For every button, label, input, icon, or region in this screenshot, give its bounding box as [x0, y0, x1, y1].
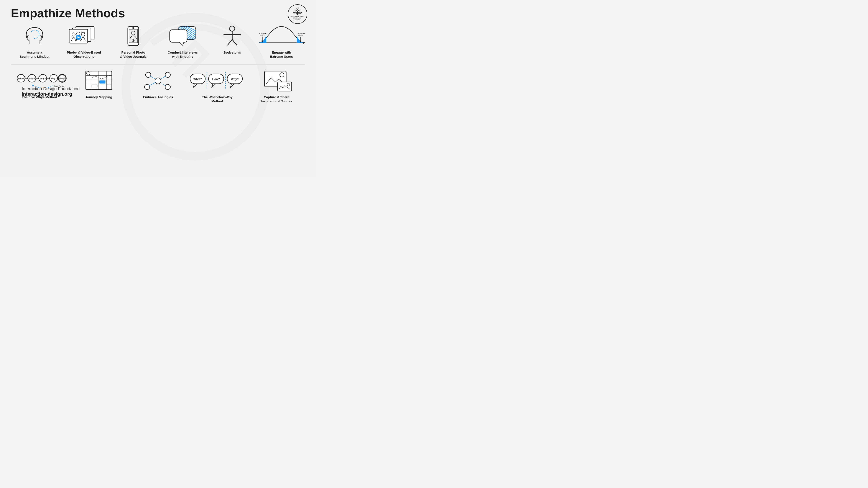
- svg-line-102: [161, 83, 165, 86]
- svg-rect-46: [170, 30, 187, 42]
- what-how-why-icon: What? How? Why?: [191, 69, 243, 93]
- svg-point-97: [145, 85, 150, 90]
- svg-point-47: [229, 26, 235, 31]
- footer-org: Interaction Design Foundation: [22, 86, 80, 91]
- method-label: Engage withExtreme Users: [270, 50, 293, 59]
- page-title: Empathize Methods: [11, 6, 305, 20]
- svg-point-96: [165, 72, 170, 77]
- footer-url: interaction-design.org: [22, 91, 80, 97]
- svg-rect-91: [99, 80, 105, 84]
- svg-text:Why?: Why?: [18, 77, 24, 80]
- svg-line-99: [151, 76, 156, 79]
- method-label: Embrace Analogies: [143, 95, 173, 99]
- method-label: Journey Mapping: [85, 95, 112, 99]
- method-embrace-analogies: Embrace Analogies: [129, 69, 186, 99]
- svg-point-95: [146, 72, 151, 77]
- personal-photo-icon: [118, 24, 148, 48]
- method-capture-share: Capture & ShareInspirational Stories: [248, 69, 305, 103]
- svg-text:users: users: [299, 34, 303, 37]
- svg-text:Why?: Why?: [231, 77, 239, 81]
- divider: [11, 64, 305, 65]
- method-bodystorm: Bodystorm: [209, 24, 256, 55]
- top-methods-row: Assume aBeginner's Mindset: [11, 24, 305, 59]
- svg-text:extreme: extreme: [259, 32, 267, 34]
- method-label: Capture & ShareInspirational Stories: [261, 95, 292, 103]
- photo-video-obs-icon: [69, 24, 99, 48]
- extreme-users-icon: extreme users extreme users: [266, 24, 297, 48]
- svg-text:Why?: Why?: [40, 77, 45, 80]
- footer: Interaction Design Foundation interactio…: [22, 86, 80, 97]
- page: INTERACTION DESIGN FOUNDATION Est. 2002 …: [0, 0, 316, 177]
- svg-text:extreme: extreme: [298, 32, 305, 34]
- conduct-interviews-icon: [167, 24, 198, 48]
- method-label: Photo- & Video-BasedObservations: [67, 50, 101, 59]
- method-what-how-why: What? How? Why? Th: [189, 69, 246, 103]
- svg-point-33: [133, 40, 134, 41]
- bodystorm-icon: [217, 24, 247, 48]
- method-beginners-mindset: Assume aBeginner's Mindset: [11, 24, 58, 59]
- method-label: Personal Photo& Video Journals: [120, 50, 147, 59]
- svg-point-94: [155, 78, 161, 84]
- method-photo-video-obs: Photo- & Video-BasedObservations: [60, 24, 107, 59]
- method-conduct-interviews: Conduct Interviewswith Empathy: [159, 24, 206, 59]
- journey-mapping-icon: [84, 69, 114, 93]
- method-label: Assume aBeginner's Mindset: [20, 50, 50, 59]
- method-extreme-users: extreme users extreme users Engage withE…: [258, 24, 305, 59]
- method-label: The What-How-Why Method: [198, 95, 237, 103]
- content: Empathize Methods Assume aBeginner': [11, 6, 305, 103]
- svg-text:Why?: Why?: [59, 77, 65, 80]
- embrace-analogies-icon: [143, 69, 173, 93]
- svg-text:Why?: Why?: [51, 77, 56, 80]
- svg-line-101: [149, 83, 155, 86]
- capture-share-icon: [261, 69, 292, 93]
- svg-text:users: users: [260, 34, 265, 37]
- beginners-mindset-icon: [19, 24, 50, 48]
- svg-rect-113: [278, 82, 292, 91]
- method-personal-photo: Personal Photo& Video Journals: [110, 24, 157, 59]
- method-label: Bodystorm: [223, 50, 241, 55]
- svg-line-100: [160, 76, 165, 79]
- svg-point-98: [165, 85, 170, 90]
- method-label: Conduct Interviewswith Empathy: [168, 50, 198, 59]
- svg-text:What?: What?: [193, 77, 202, 81]
- svg-text:How?: How?: [212, 77, 220, 81]
- svg-line-51: [232, 39, 237, 45]
- svg-line-50: [227, 39, 232, 45]
- svg-text:Why?: Why?: [29, 77, 35, 80]
